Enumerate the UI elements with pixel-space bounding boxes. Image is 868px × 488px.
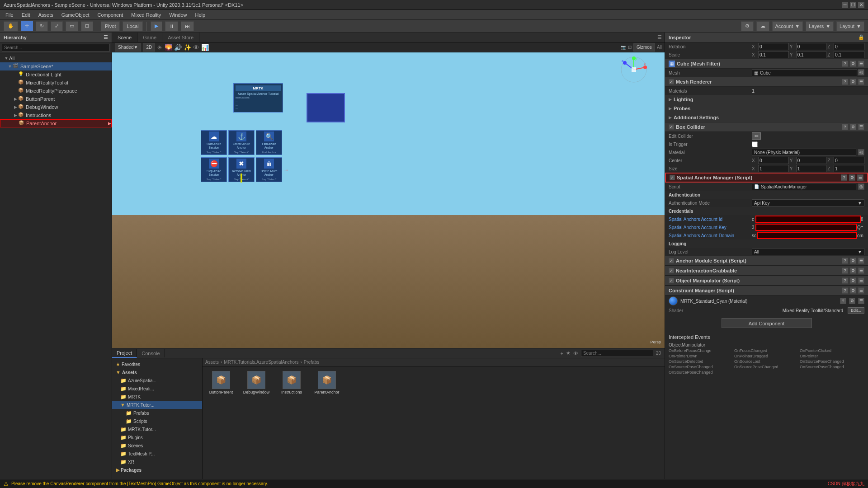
prefab-parentanchor[interactable]: 📦 ParentAnchor — [311, 369, 343, 476]
meshrenderer-settings[interactable]: ⚙ — [850, 79, 856, 85]
sam-checkbox[interactable]: ✓ — [670, 175, 675, 180]
tab-console[interactable]: Console — [137, 349, 165, 357]
tree-packages[interactable]: ▶ Packages — [112, 466, 202, 474]
tree-item-directionallight[interactable]: 💡 Directional Light — [0, 70, 112, 79]
tree-scripts[interactable]: 📁 Scripts — [112, 417, 202, 425]
tree-mixedreality[interactable]: 📁 MixedReali... — [112, 385, 202, 393]
om-checkbox[interactable]: ✓ — [669, 278, 674, 283]
hierarchy-menu-icon[interactable]: ☰ — [104, 34, 108, 40]
tree-scenes[interactable]: 📁 Scenes — [112, 441, 202, 450]
tree-item-mrtoolkit[interactable]: 📦 MixedRealityToolkit — [0, 79, 112, 87]
pause-button[interactable]: ⏸ — [165, 21, 178, 31]
center-z[interactable] — [834, 157, 864, 164]
tree-mrtktutorials[interactable]: ▼ MRTK.Tutor... — [112, 401, 202, 409]
scene-btn-find-azure[interactable]: 🔍 Find AzureAnchor Find Anchor — [256, 130, 282, 155]
tree-item-parentanchor[interactable]: 📦 ParentAnchor ▶ — [0, 119, 112, 127]
minimize-button[interactable]: ─ — [842, 2, 848, 8]
add-component-button[interactable]: Add Component — [722, 318, 812, 328]
scene-btn-start-azure[interactable]: ☁ Start AzureSession Say "Select" — [201, 130, 227, 155]
material-settings[interactable]: ⚙ — [849, 298, 855, 304]
material-field[interactable]: None (Physic Material) — [752, 149, 856, 156]
sam-settings[interactable]: ⚙ — [849, 174, 855, 181]
tool-rotate[interactable]: ↻ — [36, 21, 48, 31]
pivot-button[interactable]: Pivot — [101, 21, 120, 31]
scale-x-input[interactable] — [758, 51, 789, 58]
tab-asset-store[interactable]: Asset Store — [162, 33, 199, 42]
meshrenderer-info[interactable]: ? — [842, 79, 848, 85]
size-x[interactable] — [758, 165, 789, 172]
meshfilter-menu[interactable]: ☰ — [858, 61, 864, 67]
ni-settings[interactable]: ⚙ — [850, 267, 856, 274]
auth-mode-dropdown[interactable]: Api Key ▼ — [752, 199, 864, 206]
account-id-input[interactable] — [755, 216, 861, 223]
account-domain-input[interactable] — [757, 232, 857, 239]
tool-rect[interactable]: ▭ — [66, 21, 78, 31]
scene-canvas[interactable]: MRTK Azure Spatial Anchor Tutorial Instr… — [112, 52, 665, 348]
tab-game[interactable]: Game — [137, 33, 162, 42]
tree-xr[interactable]: 📁 XR — [112, 458, 202, 466]
material-select[interactable]: ◎ — [858, 149, 864, 155]
am-settings[interactable]: ⚙ — [850, 258, 856, 264]
tree-azurespatial[interactable]: 📁 AzureSpatia... — [112, 376, 202, 385]
log-level-dropdown[interactable]: All ▼ — [752, 248, 864, 255]
am-info[interactable]: ? — [842, 258, 848, 264]
additional-settings-header[interactable]: ▶ Additional Settings — [665, 113, 868, 122]
meshrenderer-checkbox[interactable]: ✓ — [669, 79, 674, 84]
boxcollider-settings[interactable]: ⚙ — [850, 124, 856, 130]
ni-info[interactable]: ? — [842, 267, 848, 274]
menu-mixedreality[interactable]: Mixed Reality — [127, 11, 165, 19]
scene-btn-stop-azure[interactable]: ⛔ Stop AzureSession Say "Select" — [201, 157, 227, 182]
scale-z-input[interactable] — [834, 51, 864, 58]
cm-info[interactable]: ? — [842, 287, 848, 294]
inspector-lock-icon[interactable]: 🔒 — [858, 34, 864, 40]
shading-dropdown[interactable]: Shaded ▼ — [115, 43, 141, 52]
boxcollider-menu[interactable]: ☰ — [858, 124, 864, 130]
material-menu[interactable]: ☰ — [858, 298, 864, 304]
tool-scale[interactable]: ⤢ — [51, 21, 63, 31]
scene-menu-icon[interactable]: ☰ — [655, 33, 665, 41]
om-info[interactable]: ? — [842, 277, 848, 284]
stats-toggle[interactable]: 📊 — [201, 44, 209, 51]
path-mrtk[interactable]: MRTK.Tutorials.AzureSpatialAnchors — [224, 360, 298, 365]
tree-textmesh[interactable]: 📁 TextMesh P... — [112, 450, 202, 458]
step-button[interactable]: ⏭ — [181, 21, 194, 31]
tree-item-playspace[interactable]: 📦 MixedRealityPlayspace — [0, 87, 112, 95]
ni-checkbox[interactable]: ✓ — [669, 268, 674, 273]
scene-btn-delete-azure[interactable]: 🗑 Delete AzureAnchor Say "Select" → — [256, 157, 282, 182]
restore-button[interactable]: ❒ — [850, 2, 856, 8]
boxcollider-checkbox[interactable]: ✓ — [669, 124, 674, 130]
tree-item-buttonparent[interactable]: ▶ 📦 ButtonParent — [0, 95, 112, 103]
local-button[interactable]: Local — [123, 21, 142, 31]
probes-header[interactable]: ▶ Probes — [665, 104, 868, 113]
play-button[interactable]: ▶ — [151, 21, 162, 31]
scene-btn-remove-local[interactable]: ✖ Remove LocalAnchor Say "Select" — [228, 157, 255, 182]
meshfilter-info[interactable]: ? — [842, 61, 848, 67]
material-info[interactable]: ? — [840, 298, 846, 304]
add-icon[interactable]: + — [560, 351, 563, 356]
dimension-btn[interactable]: 2D — [143, 43, 155, 52]
cm-settings[interactable]: ⚙ — [850, 287, 856, 294]
center-x[interactable] — [758, 157, 789, 164]
hierarchy-search-input[interactable] — [2, 44, 110, 52]
size-z[interactable] — [834, 165, 864, 172]
scene-btn-create-azure[interactable]: ⚓ Create AzureAnchor Say "Select" — [228, 130, 255, 155]
scale-y-input[interactable] — [796, 51, 827, 58]
rotation-z-input[interactable] — [834, 43, 864, 50]
script-field[interactable]: 📄 SpatialAnchorManager — [752, 183, 856, 190]
tree-favorites[interactable]: ★ Favorites — [112, 360, 202, 368]
settings-icon[interactable]: ⚙ — [741, 21, 754, 31]
sam-info[interactable]: ? — [841, 174, 847, 181]
hidden-toggle[interactable]: 👁 — [193, 44, 199, 51]
cloud-icon[interactable]: ☁ — [756, 21, 769, 31]
tree-prefabs[interactable]: 📁 Prefabs — [112, 409, 202, 417]
tree-item-all[interactable]: ▼ All — [0, 54, 112, 62]
center-y[interactable] — [796, 157, 827, 164]
close-button[interactable]: ✕ — [858, 2, 864, 8]
tree-assets[interactable]: ▼ Assets — [112, 368, 202, 376]
menu-file[interactable]: File — [2, 11, 17, 19]
prefab-buttonparent[interactable]: 📦 ButtonParent — [205, 369, 237, 476]
account-key-input[interactable] — [755, 224, 857, 231]
tab-project[interactable]: Project — [112, 349, 137, 358]
tab-scene[interactable]: Scene — [112, 33, 137, 42]
eye-icon[interactable]: 👁 — [573, 351, 578, 356]
